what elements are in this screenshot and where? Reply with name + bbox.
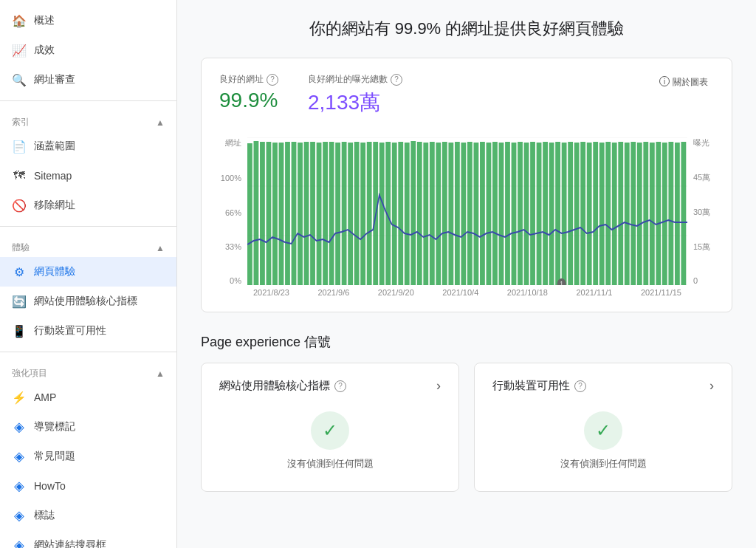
svg-rect-18 xyxy=(335,143,340,285)
svg-rect-36 xyxy=(448,143,453,285)
divider-1 xyxy=(0,100,176,101)
svg-rect-27 xyxy=(392,143,397,285)
sidebar-item-howto[interactable]: ◈ HowTo xyxy=(0,471,176,501)
svg-rect-50 xyxy=(537,143,542,285)
svg-rect-58 xyxy=(587,143,592,285)
svg-rect-28 xyxy=(398,142,403,285)
good-url-value: 99.9% xyxy=(219,89,278,112)
svg-rect-7 xyxy=(267,142,272,285)
y-label-left-3: 33% xyxy=(219,242,241,251)
sidebar-item-overview[interactable]: 🏠 概述 xyxy=(0,6,176,35)
mobile-icon: 📱 xyxy=(12,323,27,338)
chart-card: 良好的網址 ? 99.9% 良好網址的曝光總數 ? 2,133萬 i 關於圖表 xyxy=(201,58,732,312)
core-vitals-card: 網站使用體驗核心指標 ? › ✓ 沒有偵測到任何問題 xyxy=(201,363,459,492)
sidebar-item-amp[interactable]: ⚡ AMP xyxy=(0,383,176,412)
svg-rect-14 xyxy=(310,142,315,285)
x-label-0: 2021/8/23 xyxy=(253,288,289,297)
impressions-stat: 良好網址的曝光總數 ? 2,133萬 xyxy=(308,73,402,117)
svg-rect-32 xyxy=(423,143,428,285)
svg-rect-72 xyxy=(675,143,680,285)
sidebar-item-web-vitals[interactable]: ⚙ 網頁體驗 xyxy=(0,257,176,287)
chevron-up-icon-2: ▲ xyxy=(156,243,165,253)
x-label-6: 2021/11/15 xyxy=(641,288,681,297)
web-vitals-icon: ⚙ xyxy=(12,264,27,279)
sidebar-item-mobile[interactable]: 📱 行動裝置可用性 xyxy=(0,316,176,346)
sidebar-item-core-vitals[interactable]: 🔄 網站使用體驗核心指標 xyxy=(0,287,176,316)
y-label-left-4: 0% xyxy=(219,276,241,285)
sidebar-item-performance[interactable]: 📈 成效 xyxy=(0,35,176,65)
sidebar-item-coverage[interactable]: 📄 涵蓋範圍 xyxy=(0,131,176,161)
section-header-experience[interactable]: 體驗 ▲ xyxy=(0,233,176,257)
core-vitals-card-body: ✓ 沒有偵測到任何問題 xyxy=(219,405,441,476)
sidebar-label-breadcrumbs: 導覽標記 xyxy=(34,420,75,434)
sitemap-icon: 🗺 xyxy=(12,168,27,183)
sidebar-label-removals: 移除網址 xyxy=(34,199,75,212)
sidebar-item-faq[interactable]: ◈ 常見問題 xyxy=(0,442,176,471)
svg-rect-71 xyxy=(668,142,673,285)
svg-rect-39 xyxy=(467,142,472,285)
section-header-enhancements[interactable]: 強化項目 ▲ xyxy=(0,358,176,383)
sidebar-label-amp: AMP xyxy=(34,391,56,403)
chart-stats: 良好的網址 ? 99.9% 良好網址的曝光總數 ? 2,133萬 xyxy=(219,73,402,117)
svg-rect-33 xyxy=(430,142,435,285)
sidebar-label-url-inspection: 網址審查 xyxy=(34,73,75,86)
sidebar-label-core-vitals: 網站使用體驗核心指標 xyxy=(34,295,137,308)
sidebar-item-sitemap[interactable]: 🗺 Sitemap xyxy=(0,161,176,191)
sidebar-label-sitelinks: 網站連結搜尋框 xyxy=(34,538,106,548)
svg-rect-61 xyxy=(605,142,611,285)
amp-icon: ⚡ xyxy=(12,390,27,405)
coverage-icon: 📄 xyxy=(12,139,27,154)
svg-rect-47 xyxy=(518,142,523,285)
svg-rect-17 xyxy=(329,142,334,285)
sidebar-label-howto: HowTo xyxy=(34,480,66,492)
svg-rect-54 xyxy=(562,143,567,285)
impressions-label: 良好網址的曝光總數 ? xyxy=(308,73,402,86)
mobile-card-header: 行動裝置可用性 ? › xyxy=(492,378,714,394)
impressions-value: 2,133萬 xyxy=(308,89,402,117)
svg-rect-31 xyxy=(417,142,422,285)
sidebar-item-breadcrumbs[interactable]: ◈ 導覽標記 xyxy=(0,412,176,442)
mobile-check-icon: ✓ xyxy=(584,411,622,450)
sidebar: 🏠 概述 📈 成效 🔍 網址審查 索引 ▲ 📄 涵蓋範圍 🗺 Sitemap 🚫… xyxy=(0,0,177,548)
svg-rect-38 xyxy=(461,143,466,285)
main-content: 你的網站有 99.9% 的網址提供良好網頁體驗 良好的網址 ? 99.9% 良好… xyxy=(177,0,756,548)
section-header-index[interactable]: 索引 ▲ xyxy=(0,107,176,131)
svg-rect-44 xyxy=(499,143,504,285)
divider-3 xyxy=(0,352,176,352)
divider-2 xyxy=(0,226,176,227)
svg-rect-64 xyxy=(625,143,630,285)
svg-rect-20 xyxy=(348,143,353,285)
svg-rect-6 xyxy=(260,142,265,285)
svg-rect-16 xyxy=(323,142,328,285)
sidebar-item-url-inspection[interactable]: 🔍 網址審查 xyxy=(0,65,176,95)
sidebar-item-tags[interactable]: ◈ 標誌 xyxy=(0,501,176,530)
good-url-help-icon[interactable]: ? xyxy=(267,74,278,86)
chart-svg: 1 xyxy=(247,137,687,285)
impressions-help-icon[interactable]: ? xyxy=(391,74,402,86)
core-vitals-arrow-icon[interactable]: › xyxy=(436,378,441,394)
mobile-card-title: 行動裝置可用性 ? xyxy=(492,379,586,393)
y-label-left-2: 66% xyxy=(219,208,241,217)
tags-icon: ◈ xyxy=(12,508,27,523)
core-vitals-status: 沒有偵測到任何問題 xyxy=(287,457,374,470)
core-vitals-help-icon[interactable]: ? xyxy=(334,380,346,392)
svg-rect-48 xyxy=(524,143,529,285)
svg-rect-22 xyxy=(360,143,365,285)
sidebar-label-coverage: 涵蓋範圍 xyxy=(34,140,75,153)
about-chart-button[interactable]: i 關於圖表 xyxy=(653,73,714,92)
performance-icon: 📈 xyxy=(12,43,27,58)
sidebar-item-sitelinks[interactable]: ◈ 網站連結搜尋框 xyxy=(0,530,176,548)
svg-rect-37 xyxy=(455,142,460,285)
svg-rect-66 xyxy=(637,143,642,285)
svg-rect-15 xyxy=(317,143,322,285)
mobile-card-body: ✓ 沒有偵測到任何問題 xyxy=(492,405,714,476)
sidebar-label-performance: 成效 xyxy=(34,44,55,57)
mobile-arrow-icon[interactable]: › xyxy=(709,378,714,394)
svg-rect-21 xyxy=(354,142,360,285)
x-axis-labels: 2021/8/23 2021/9/6 2021/9/20 2021/10/4 2… xyxy=(219,288,714,297)
mobile-help-icon[interactable]: ? xyxy=(574,380,586,392)
svg-rect-65 xyxy=(630,142,636,285)
section-title-enhancements: 強化項目 xyxy=(12,367,47,380)
sidebar-item-removals[interactable]: 🚫 移除網址 xyxy=(0,191,176,220)
y-label-right-2: 15萬 xyxy=(693,242,714,253)
